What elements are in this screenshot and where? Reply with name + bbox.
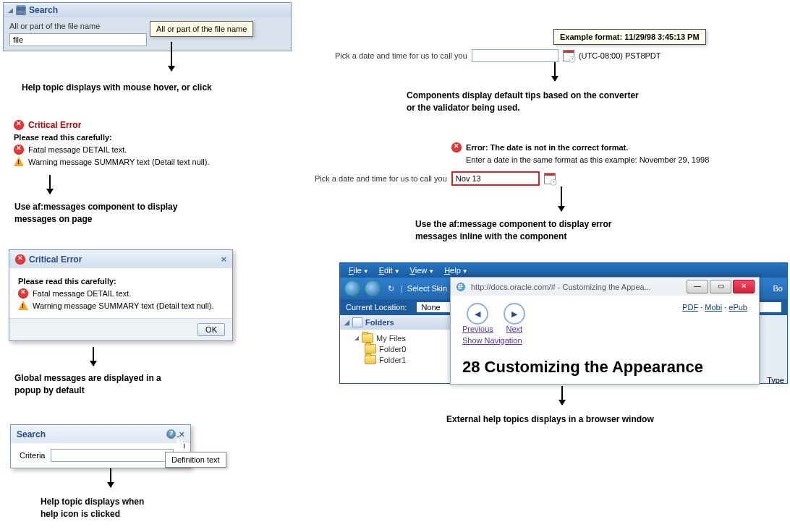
definition-tooltip: Definition text	[165, 452, 226, 468]
refresh-icon[interactable]: ↻	[385, 284, 396, 293]
error-icon	[14, 120, 24, 130]
minimize-button[interactable]: —	[687, 280, 708, 293]
calendar-icon[interactable]	[544, 173, 556, 184]
pdf-link[interactable]: PDF	[682, 303, 698, 312]
cursor-pointer	[173, 437, 184, 451]
browser-titlebar: http://docs.oracle.com/# - Customizing t…	[451, 278, 759, 296]
tree-folder1[interactable]: Folder1	[344, 354, 455, 365]
next-nav-button[interactable]: ▶	[504, 303, 525, 325]
criteria-input[interactable]	[51, 449, 174, 462]
dialog-close-button[interactable]: ×	[221, 254, 226, 265]
folder-icon	[365, 355, 376, 364]
close-button[interactable]: ✕	[733, 280, 755, 293]
date-label-1: Pick a date and time for us to call you	[335, 51, 467, 60]
error-icon	[451, 142, 462, 153]
browser-body: PDF · Mobi · ePub ◀ Previous ▶ Next Show…	[451, 296, 759, 384]
fatal-message: Fatal message DETAIL text.	[28, 145, 127, 154]
date-picker-row-1: Pick a date and time for us to call you …	[335, 49, 661, 62]
mobi-link[interactable]: Mobi	[705, 303, 722, 312]
arrow-3	[93, 347, 94, 366]
dialog-title-text: Critical Error	[29, 254, 82, 265]
type-column-label: Type	[767, 376, 784, 384]
ie-icon	[455, 281, 467, 293]
critical-error-title: Critical Error	[28, 120, 81, 130]
menu-file[interactable]: FFileile▼	[344, 265, 373, 275]
show-navigation-link[interactable]: Show Navigation	[462, 336, 522, 345]
critical-error-subtitle: Please read this carefully:	[14, 133, 209, 142]
menu-help[interactable]: Help▼	[440, 265, 472, 275]
nav-back-button[interactable]	[344, 280, 360, 296]
date-error-block: Error: The date is not in the correct fo…	[451, 142, 709, 164]
folders-icon	[352, 317, 362, 327]
file-name-input[interactable]	[9, 33, 147, 46]
next-link[interactable]: Next	[506, 325, 522, 333]
calendar-icon[interactable]	[563, 50, 574, 61]
timezone-text: (UTC-08:00) PST8PDT	[579, 51, 661, 60]
format-links: PDF · Mobi · ePub	[682, 303, 747, 312]
location-label: Current Location:	[346, 303, 407, 312]
warning-message: Warning message SUMMARY text (Detail tex…	[28, 158, 209, 166]
search-panel-title: Search	[29, 5, 58, 15]
caption-inline-error: Use the af:message component to display …	[415, 218, 611, 243]
caption-tooltip-help: Help topic displays with mouse hover, or…	[22, 82, 212, 94]
warning-icon	[18, 301, 28, 310]
search-dialog-title: Search	[17, 429, 46, 439]
folder-icon	[365, 344, 376, 353]
critical-error-dialog: Critical Error × Please read this carefu…	[9, 249, 233, 341]
caption-af-messages: Use af:messages component to displaymess…	[14, 201, 177, 226]
arrow-4	[110, 468, 111, 487]
criteria-label: Criteria	[20, 451, 45, 460]
error-icon	[14, 145, 24, 155]
file-name-tooltip: All or part of the file name	[150, 21, 253, 37]
select-skin-label: Select Skin	[407, 284, 447, 293]
error-icon	[15, 254, 25, 265]
dialog-fatal-message: Fatal message DETAIL text.	[33, 289, 131, 298]
caption-global-messages: Global messages are displayed in apopup …	[14, 372, 161, 397]
toolbar-trailing: Bo	[773, 284, 783, 293]
date-input-1[interactable]	[472, 49, 558, 62]
date-error-detail: Enter a date in the same format as this …	[466, 155, 709, 164]
critical-error-inline: Critical Error Please read this carefull…	[14, 120, 209, 168]
arrow-2	[49, 175, 51, 194]
date-label-2: Pick a date and time for us to call you	[315, 174, 447, 183]
date-input-error[interactable]	[451, 171, 540, 186]
binoculars-icon	[16, 5, 26, 15]
disclosure-icon[interactable]: ◢	[344, 319, 349, 326]
ok-button[interactable]: OK	[198, 323, 225, 336]
arrow-1	[171, 42, 172, 71]
date-error-title: Error: The date is not in the correct fo…	[466, 143, 628, 152]
nav-fwd-button[interactable]	[365, 280, 381, 296]
prev-link[interactable]: Previous	[462, 325, 493, 333]
dialog-warning-message: Warning message SUMMARY text (Detail tex…	[33, 301, 213, 310]
menu-view[interactable]: View▼	[406, 265, 439, 275]
browser-address: http://docs.oracle.com/# - Customizing t…	[471, 283, 682, 291]
folders-panel: ◢ Folders ◢My Files Folder0 Folder1	[340, 315, 460, 384]
folder-icon	[362, 333, 373, 343]
arrow-6	[561, 186, 562, 211]
arrow-5	[554, 62, 556, 81]
date-picker-row-2: Pick a date and time for us to call you	[315, 171, 556, 186]
maximize-button[interactable]: ▭	[710, 280, 731, 293]
dialog-subtitle: Please read this carefully:	[18, 277, 224, 286]
tree-folder0[interactable]: Folder0	[344, 343, 455, 354]
caption-external-help: External help topics displays in a brows…	[446, 413, 654, 426]
folders-panel-header[interactable]: ◢ Folders	[340, 315, 459, 330]
warning-icon	[14, 157, 24, 166]
caption-default-tips: Components display default tips based on…	[407, 90, 639, 114]
menubar: FFileile▼ Edit▼ View▼ Help▼	[340, 263, 787, 278]
chapter-title: 28 Customizing the Appearance	[462, 358, 747, 377]
search-dialog: Search × Criteria	[10, 424, 191, 468]
caption-help-icon: Help topic displays whenhelp icon is cli…	[41, 496, 144, 520]
browser-window: http://docs.oracle.com/# - Customizing t…	[450, 277, 760, 385]
epub-link[interactable]: ePub	[729, 303, 747, 312]
example-format-tooltip: Example format: 11/29/98 3:45:13 PM	[553, 29, 706, 45]
menu-edit[interactable]: Edit▼	[375, 265, 404, 275]
folders-title: Folders	[365, 318, 394, 327]
search-panel-header[interactable]: ◢ Search	[4, 3, 291, 17]
arrow-7	[561, 386, 563, 405]
error-icon	[18, 288, 28, 299]
prev-nav-button[interactable]: ◀	[467, 303, 488, 325]
dialog-header: Critical Error ×	[9, 250, 232, 268]
tree-my-files[interactable]: ◢My Files	[344, 332, 455, 343]
disclosure-icon[interactable]: ◢	[8, 7, 13, 14]
